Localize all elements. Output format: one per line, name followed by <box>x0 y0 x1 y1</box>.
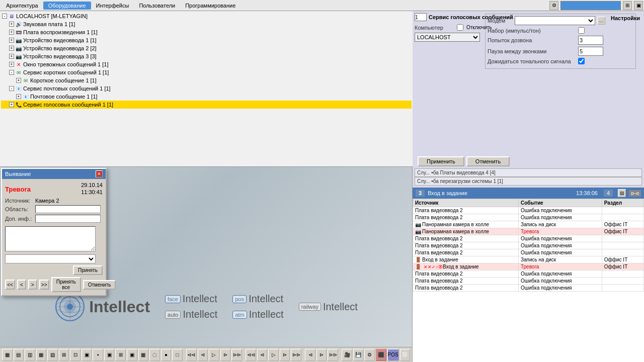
tree-item-sound1[interactable]: + 🔊 Звуковая плата 1 [1] <box>1 20 412 28</box>
tb-btn-nav2-end[interactable]: ⊳⊳ <box>291 349 301 361</box>
tb-btn-16[interactable]: □ <box>172 349 183 361</box>
pause-input[interactable] <box>578 47 603 56</box>
expand-video2[interactable]: + <box>9 46 14 51</box>
tb-btn-nav2-play[interactable]: ▷ <box>268 349 279 361</box>
tb-btn-pos[interactable]: POS <box>387 349 399 361</box>
table-row[interactable]: 🚪 ✕✕✓○⦿Вход в заданиеТревогаОффис IT <box>413 263 644 270</box>
tb-btn-next2[interactable]: ⊳⊳ <box>328 349 338 361</box>
tb-btn-fwd[interactable]: ⊳ <box>316 349 327 361</box>
expand-sms1[interactable]: - <box>9 70 14 75</box>
tree-item-sms1-1[interactable]: + ✉ Короткое сообщение 1 [1] <box>1 76 412 84</box>
alert-nav-next-button[interactable]: > <box>28 280 37 290</box>
table-row[interactable]: Плата видеоввода 2Ошибка подключения <box>413 249 644 256</box>
tree-item-sms1[interactable]: - ✉ Сервис коротких сообщений 1 [1] <box>1 68 412 76</box>
tb-btn-back[interactable]: ⊲ <box>305 349 315 361</box>
alert-dropdown[interactable] <box>5 254 96 263</box>
tb-btn-15[interactable]: ● <box>161 349 172 361</box>
tb-btn-nav2-start[interactable]: ⊲⊲ <box>246 349 256 361</box>
tb-btn-6[interactable]: ⊞ <box>59 349 69 361</box>
menu-programming[interactable]: Программирование <box>180 2 240 10</box>
tree-item-replay1[interactable]: + 📼 Плата воспроизведения 1 [1] <box>1 28 412 36</box>
tb-btn-13[interactable]: ▦ <box>138 349 149 361</box>
table-row[interactable]: Плата видеоввода 2Ошибка подключения <box>413 207 644 214</box>
expand-root[interactable]: - <box>2 14 7 19</box>
service-id-input[interactable] <box>415 13 427 21</box>
tb-btn-nav-play[interactable]: ▷ <box>209 349 219 361</box>
tone-checkbox[interactable] <box>578 58 585 64</box>
monitor-icon[interactable]: ▣ <box>634 1 643 10</box>
tb-btn-3[interactable]: ▥ <box>25 349 35 361</box>
tb-btn-record[interactable]: ⬛ <box>376 349 386 361</box>
expand-video1[interactable]: + <box>9 38 14 43</box>
tb-btn-10[interactable]: ▣ <box>104 349 115 361</box>
table-row[interactable]: 🚪Вход в заданиеЗапись на дискОффис IT <box>413 256 644 263</box>
expand-mail1-1[interactable]: + <box>16 94 21 99</box>
table-row[interactable]: 📷Панорамная камера в холлеТревогаОффис I… <box>413 228 644 235</box>
expand-mail1[interactable]: - <box>9 86 14 91</box>
menu-equipment[interactable]: Оборудование <box>43 2 91 10</box>
tb-btn-nav-prev[interactable]: ⊲ <box>198 349 208 361</box>
grid-icon[interactable]: ⊞ <box>623 1 632 10</box>
tb-btn-nav2-next[interactable]: ⊳ <box>280 349 290 361</box>
alert-textarea[interactable] <box>5 226 96 251</box>
modem-browse-button[interactable]: … <box>597 17 605 25</box>
tb-btn-9[interactable]: ▪ <box>93 349 103 361</box>
computer-select[interactable]: LOCALHOST <box>415 33 480 42</box>
tb-btn-5[interactable]: ▧ <box>47 349 58 361</box>
tb-btn-unknown[interactable]: ⬜ <box>400 349 411 361</box>
tree-item-root[interactable]: - 🖥 LOCALHOST [M-LETYAGIN] <box>1 12 412 20</box>
expand-alarm1[interactable]: + <box>9 62 14 67</box>
table-row[interactable]: 📷Панорамная камера в холлеЗапись на диск… <box>413 221 644 228</box>
table-row[interactable]: Плата видеоввода 2Ошибка подключения <box>413 285 644 292</box>
cancel-config-button[interactable]: Отменить <box>466 156 510 166</box>
settings-icon[interactable]: ⚙ <box>549 1 558 10</box>
tb-btn-7[interactable]: ⊡ <box>70 349 80 361</box>
modem-select[interactable] <box>515 16 595 25</box>
tb-btn-settings[interactable]: ⚙ <box>364 349 375 361</box>
tree-item-alarm1[interactable]: + ✕ Окно тревожных сообщений 1 [1] <box>1 60 412 68</box>
tree-item-voice1[interactable]: + 📞 Сервис голосовых сообщений 1 [1] <box>1 101 412 109</box>
expand-sms1-1[interactable]: + <box>16 78 21 83</box>
tree-item-mail1-1[interactable]: + 📧 Почтовое сообщение 1 [1] <box>1 93 412 101</box>
tb-btn-1[interactable]: ▦ <box>2 349 13 361</box>
alert-nav-prev-prev-button[interactable]: << <box>5 280 15 290</box>
expand-voice1[interactable]: + <box>9 102 14 107</box>
event-table[interactable]: Источник Событие Раздел Плата видеоввода… <box>413 199 644 362</box>
table-row[interactable]: Плата видеоввода 2Ошибка подключения <box>413 242 644 249</box>
tree-item-video2[interactable]: + 📷 Устройство видеоввода 2 [2] <box>1 44 412 52</box>
tb-btn-nav-next[interactable]: ⊳ <box>220 349 231 361</box>
tb-btn-2[interactable]: ▤ <box>14 349 24 361</box>
expand-replay1[interactable]: + <box>9 30 14 35</box>
alert-accept-all-button[interactable]: Принять все <box>51 277 81 292</box>
table-row[interactable]: Плата видеоввода 2Ошибка подключения <box>413 270 644 278</box>
tb-btn-save[interactable]: 💾 <box>353 349 364 361</box>
table-row[interactable]: Плата видеоввода 2Ошибка подключения <box>413 278 644 285</box>
table-row[interactable]: Плата видеоввода 2Ошибка подключения <box>413 235 644 242</box>
tb-btn-nav-end[interactable]: ⊳⊳ <box>231 349 242 361</box>
tb-btn-11[interactable]: ⊞ <box>115 349 126 361</box>
alert-accept-button[interactable]: Принять <box>73 265 103 275</box>
alert-area-input[interactable] <box>35 205 101 213</box>
expand-video3[interactable]: + <box>9 54 14 59</box>
tree-item-video3[interactable]: + 📷 Устройство видеоввода 3 [3] <box>1 52 412 60</box>
tb-btn-camera[interactable]: 🎥 <box>342 349 352 361</box>
apply-button[interactable]: Применить <box>418 156 464 166</box>
tb-btn-nav2-prev[interactable]: ⊲ <box>257 349 268 361</box>
event-menu-button[interactable]: ▤ <box>618 189 626 197</box>
search-box[interactable] <box>560 1 621 10</box>
tree-item-mail1[interactable]: - 📧 Сервис почтовых сообщений 1 [1] <box>1 84 412 93</box>
menu-architecture[interactable]: Архитектура <box>1 2 43 10</box>
expand-sound1[interactable]: + <box>9 22 14 27</box>
table-row[interactable]: Плата видеоввода 2Ошибка подключения <box>413 214 644 221</box>
alert-info-input[interactable] <box>35 215 101 223</box>
tree-area[interactable]: - 🖥 LOCALHOST [M-LETYAGIN] + 🔊 Звуковая … <box>0 11 413 167</box>
tb-btn-14[interactable]: ◌ <box>149 349 160 361</box>
disconnect-checkbox[interactable] <box>457 24 463 31</box>
alert-cancel-button[interactable]: Отменить <box>83 280 116 290</box>
retries-input[interactable] <box>578 36 603 45</box>
tb-btn-4[interactable]: ▦ <box>36 349 47 361</box>
menu-interfaces[interactable]: Интерфейсы <box>91 2 134 10</box>
alert-nav-next-next-button[interactable]: >> <box>39 280 49 290</box>
alert-nav-prev-button[interactable]: < <box>17 280 26 290</box>
alert-close-button[interactable]: ✕ <box>96 170 103 177</box>
